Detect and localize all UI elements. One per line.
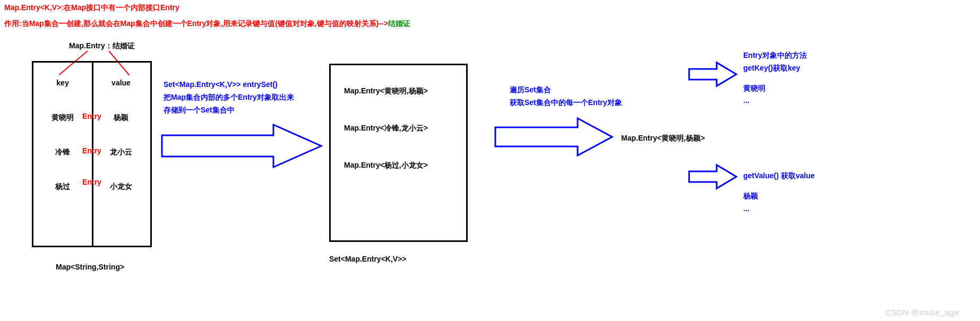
methods-title-block: Entry对象中的方法 getKey()获取key 黄晓明 ... <box>743 49 807 107</box>
header-line-2: 作用:当Map集合一创建,那么就会在Map集合中创建一个Entry对象,用来记录… <box>4 19 410 29</box>
map-caption: Map<String,String> <box>56 263 124 271</box>
methods-ell2: ... <box>743 203 815 215</box>
set-row-1: Map.Entry<冷锋,龙小云> <box>344 124 428 133</box>
single-entry: Map.Entry<黄晓明,杨颖> <box>621 134 705 143</box>
methods-ell1: ... <box>743 94 807 107</box>
arrow-4 <box>687 163 738 190</box>
svg-marker-2 <box>689 63 736 86</box>
methods-key-val: 黄晓明 <box>743 82 807 95</box>
map-header-value: value <box>92 79 150 87</box>
map-title-right: 结婚证 <box>113 41 135 50</box>
map-header-row: key value <box>33 79 150 87</box>
methods-getkey: getKey()获取key <box>743 62 807 75</box>
table-row: 黄晓明 Entry 杨颖 <box>33 113 150 123</box>
table-row: 冷锋 Entry 龙小云 <box>33 148 150 157</box>
methods-getvalue: getValue() 获取value <box>743 170 815 183</box>
map-title: Map.Entry：结婚证 <box>69 41 135 51</box>
map-title-colon: ： <box>105 41 113 50</box>
watermark: CSDN @muse_age <box>885 308 959 317</box>
arrow-1 <box>159 122 324 170</box>
methods-value-val: 杨颖 <box>743 190 815 203</box>
arrow1-text-l2: 把Map集合内部的多个Entry对象取出来 <box>164 91 323 104</box>
arrow1-text-l3: 存储到一个Set集合中 <box>164 104 323 117</box>
arrow1-text-l1: Set<Map.Entry<K,V>> entrySet() <box>164 79 323 91</box>
svg-marker-0 <box>162 125 321 167</box>
arrow-3 <box>687 61 738 88</box>
svg-marker-3 <box>689 165 736 188</box>
map-entry-2: Entry <box>33 178 150 186</box>
map-entry-0: Entry <box>33 112 150 120</box>
set-box: Map.Entry<黄晓明,杨颖> Map.Entry<冷锋,龙小云> Map.… <box>329 64 468 242</box>
arrow2-text-l1: 遍历Set集合 <box>510 84 648 97</box>
header-line-1: Map.Entry<K,V>:在Map接口中有一个内部接口Entry <box>4 3 179 13</box>
arrow-2 <box>493 116 615 158</box>
arrow1-text: Set<Map.Entry<K,V>> entrySet() 把Map集合内部的… <box>164 79 323 116</box>
set-caption: Set<Map.Entry<K,V>> <box>329 255 407 263</box>
table-row: 杨过 Entry 小龙女 <box>33 182 150 192</box>
map-entry-1: Entry <box>33 146 150 155</box>
set-row-2: Map.Entry<杨过,小龙女> <box>344 161 428 170</box>
methods-title: Entry对象中的方法 <box>743 49 807 62</box>
arrow2-text: 遍历Set集合 获取Set集合中的每一个Entry对象 <box>510 84 648 109</box>
set-row-0: Map.Entry<黄晓明,杨颖> <box>344 86 428 96</box>
header-line-2-pre: 作用:当Map集合一创建,那么就会在Map集合中创建一个Entry对象,用来记录… <box>4 19 388 28</box>
map-box: key value 黄晓明 Entry 杨颖 冷锋 Entry 龙小云 杨过 E… <box>32 61 152 247</box>
map-title-left: Map.Entry <box>69 41 105 50</box>
header-line-2-green: 结婚证 <box>388 19 410 28</box>
arrow2-text-l2: 获取Set集合中的每一个Entry对象 <box>510 97 648 109</box>
map-header-key: key <box>33 79 92 87</box>
methods-getvalue-block: getValue() 获取value 杨颖 ... <box>743 170 815 215</box>
svg-marker-1 <box>495 118 612 155</box>
